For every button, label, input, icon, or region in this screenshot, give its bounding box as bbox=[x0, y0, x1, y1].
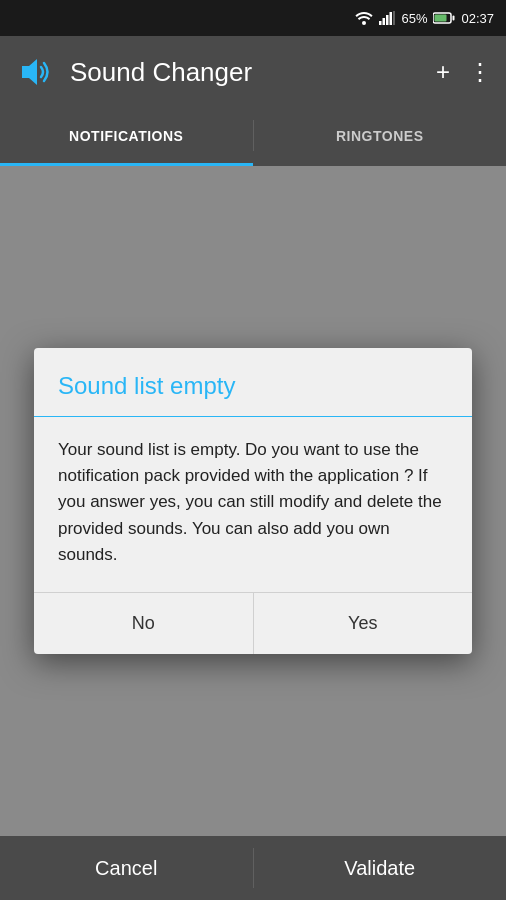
status-bar: 65% 02:37 bbox=[0, 0, 506, 36]
main-content: Sound list empty Your sound list is empt… bbox=[0, 166, 506, 836]
battery-icon bbox=[433, 12, 455, 24]
svg-rect-5 bbox=[393, 11, 395, 25]
battery-text: 65% bbox=[401, 11, 427, 26]
svg-rect-7 bbox=[453, 16, 455, 21]
svg-rect-2 bbox=[383, 18, 386, 25]
dialog-title: Sound list empty bbox=[58, 372, 235, 399]
app-icon bbox=[14, 50, 58, 94]
sound-icon bbox=[16, 52, 56, 92]
svg-rect-1 bbox=[379, 21, 382, 25]
app-bar: Sound Changer + ⋮ bbox=[0, 36, 506, 108]
svg-rect-4 bbox=[390, 12, 393, 25]
cancel-button[interactable]: Cancel bbox=[0, 836, 253, 900]
validate-button[interactable]: Validate bbox=[254, 836, 507, 900]
bottom-bar: Cancel Validate bbox=[0, 836, 506, 900]
app-bar-actions: + ⋮ bbox=[436, 58, 492, 86]
tab-notifications[interactable]: NOTIFICATIONS bbox=[0, 108, 253, 163]
tab-ringtones[interactable]: RINGTONES bbox=[254, 108, 507, 163]
dialog-body: Your sound list is empty. Do you want to… bbox=[34, 417, 472, 593]
dialog-no-button[interactable]: No bbox=[34, 593, 253, 654]
tabs: NOTIFICATIONS RINGTONES bbox=[0, 108, 506, 166]
dialog-yes-button[interactable]: Yes bbox=[254, 593, 473, 654]
status-icons: 65% 02:37 bbox=[355, 11, 494, 26]
svg-point-0 bbox=[362, 21, 366, 25]
time-text: 02:37 bbox=[461, 11, 494, 26]
add-button[interactable]: + bbox=[436, 58, 450, 86]
dialog-message: Your sound list is empty. Do you want to… bbox=[58, 437, 448, 569]
svg-rect-8 bbox=[435, 15, 447, 22]
svg-rect-3 bbox=[386, 15, 389, 25]
dialog-overlay: Sound list empty Your sound list is empt… bbox=[0, 166, 506, 836]
dialog-header: Sound list empty bbox=[34, 348, 472, 417]
signal-icon bbox=[379, 11, 395, 25]
svg-marker-9 bbox=[22, 59, 37, 85]
wifi-icon bbox=[355, 11, 373, 25]
menu-button[interactable]: ⋮ bbox=[468, 58, 492, 86]
dialog: Sound list empty Your sound list is empt… bbox=[34, 348, 472, 655]
dialog-actions: No Yes bbox=[34, 592, 472, 654]
app-title: Sound Changer bbox=[70, 57, 424, 88]
